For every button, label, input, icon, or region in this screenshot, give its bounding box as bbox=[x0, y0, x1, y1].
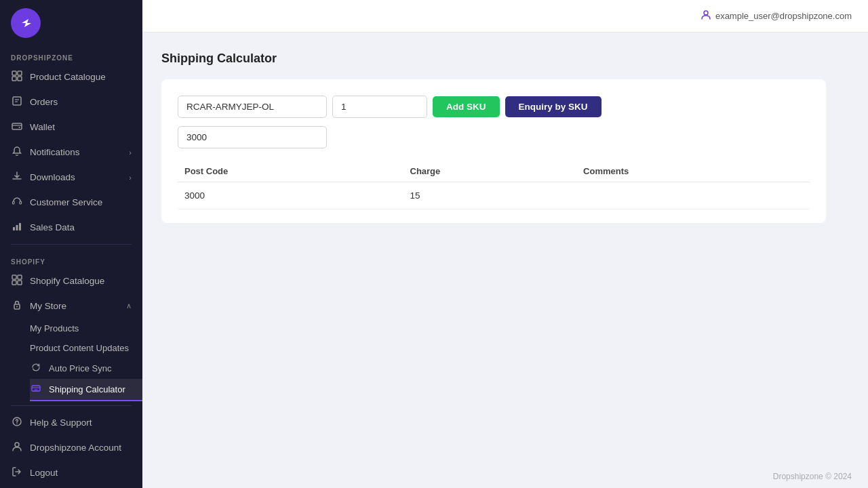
sidebar: DROPSHIPZONE Product Catalogue Orders Wa… bbox=[0, 0, 142, 488]
sidebar-item-notifications[interactable]: Notifications › bbox=[0, 140, 142, 165]
chevron-notifications: › bbox=[129, 148, 132, 157]
orders-icon bbox=[11, 96, 23, 108]
svg-rect-17 bbox=[12, 281, 16, 285]
sidebar-item-my-store[interactable]: My Store ∧ bbox=[0, 293, 142, 319]
sidebar-label-shopify-catalogue: Shopify Catalogue bbox=[30, 276, 104, 286]
calculator-card: Add SKU Enquiry by SKU Post Code Charge … bbox=[161, 79, 826, 223]
svg-rect-3 bbox=[12, 77, 16, 81]
footer: Dropshipzone © 2024 bbox=[142, 465, 868, 488]
calc-inputs-row-2 bbox=[178, 126, 810, 148]
results-table: Post Code Charge Comments 3000 15 bbox=[178, 161, 810, 209]
svg-rect-4 bbox=[18, 77, 22, 81]
cell-postcode: 3000 bbox=[178, 182, 403, 209]
svg-rect-11 bbox=[20, 201, 22, 204]
sidebar-label-my-products: My Products bbox=[30, 323, 79, 333]
footer-text: Dropshipzone © 2024 bbox=[773, 472, 852, 481]
brand-logo-icon bbox=[11, 8, 41, 38]
svg-rect-12 bbox=[13, 227, 15, 230]
sidebar-label-orders: Orders bbox=[30, 97, 58, 107]
svg-rect-21 bbox=[32, 386, 40, 391]
user-email: example_user@dropshipzone.com bbox=[715, 11, 852, 21]
sidebar-item-help-support[interactable]: Help & Support bbox=[0, 410, 142, 435]
sidebar-item-product-catalogue[interactable]: Product Catalogue bbox=[0, 64, 142, 89]
sidebar-item-dropshipzone-account[interactable]: Dropshipzone Account bbox=[0, 435, 142, 460]
sidebar-item-downloads[interactable]: Downloads › bbox=[0, 165, 142, 190]
my-store-icon bbox=[11, 300, 23, 312]
svg-point-24 bbox=[15, 443, 19, 447]
sidebar-label-auto-price-sync: Auto Price Sync bbox=[49, 363, 112, 373]
sidebar-item-orders[interactable]: Orders bbox=[0, 89, 142, 115]
sidebar-label-customer-service: Customer Service bbox=[30, 197, 102, 207]
sidebar-label-my-store: My Store bbox=[30, 301, 66, 311]
svg-rect-18 bbox=[18, 281, 22, 285]
page-title: Shipping Calculator bbox=[161, 52, 849, 66]
topbar: example_user@dropshipzone.com bbox=[142, 0, 868, 33]
sidebar-item-shopify-catalogue[interactable]: Shopify Catalogue bbox=[0, 268, 142, 293]
section-label-shopify: SHOPIFY bbox=[0, 249, 142, 268]
sidebar-label-product-content-updates: Product Content Updates bbox=[30, 343, 129, 353]
col-comments: Comments bbox=[576, 161, 810, 182]
shipping-calculator-icon bbox=[30, 384, 42, 395]
sales-data-icon bbox=[11, 221, 23, 234]
svg-point-23 bbox=[16, 424, 17, 424]
sidebar-item-wallet[interactable]: Wallet bbox=[0, 115, 142, 140]
sidebar-item-product-content-updates[interactable]: Product Content Updates bbox=[30, 338, 142, 358]
svg-rect-10 bbox=[13, 201, 15, 204]
svg-point-25 bbox=[704, 11, 708, 15]
sidebar-label-dropshipzone-account: Dropshipzone Account bbox=[30, 443, 121, 453]
chevron-my-store: ∧ bbox=[126, 302, 132, 310]
svg-point-20 bbox=[16, 306, 18, 308]
my-store-submenu: My Products Product Content Updates Auto… bbox=[0, 319, 142, 401]
sidebar-label-sales-data: Sales Data bbox=[30, 222, 75, 232]
notifications-icon bbox=[11, 146, 23, 159]
wallet-icon bbox=[11, 121, 23, 134]
sidebar-divider-1 bbox=[11, 244, 132, 245]
downloads-icon bbox=[11, 171, 23, 184]
col-charge: Charge bbox=[403, 161, 577, 182]
sidebar-logo bbox=[0, 0, 142, 45]
cell-charge: 15 bbox=[403, 182, 577, 209]
postcode-input[interactable] bbox=[178, 126, 327, 148]
sidebar-item-customer-service[interactable]: Customer Service bbox=[0, 190, 142, 215]
sidebar-label-product-catalogue: Product Catalogue bbox=[30, 72, 106, 82]
shopify-catalogue-icon bbox=[11, 274, 23, 287]
logout-icon bbox=[11, 466, 23, 479]
svg-rect-2 bbox=[18, 71, 22, 75]
sidebar-label-wallet: Wallet bbox=[30, 122, 55, 132]
table-header: Post Code Charge Comments bbox=[178, 161, 810, 182]
sidebar-label-logout: Logout bbox=[30, 468, 58, 478]
customer-service-icon bbox=[11, 196, 23, 209]
svg-rect-8 bbox=[12, 123, 22, 129]
section-label-dropshipzone: DROPSHIPZONE bbox=[0, 45, 142, 64]
help-support-icon bbox=[11, 416, 23, 429]
sidebar-item-auto-price-sync[interactable]: Auto Price Sync bbox=[30, 358, 142, 379]
add-sku-button[interactable]: Add SKU bbox=[433, 96, 500, 117]
sidebar-item-my-products[interactable]: My Products bbox=[30, 319, 142, 338]
sidebar-item-sales-data[interactable]: Sales Data bbox=[0, 215, 142, 240]
svg-rect-16 bbox=[18, 275, 22, 279]
svg-point-9 bbox=[19, 127, 20, 128]
content-area: Shipping Calculator Add SKU Enquiry by S… bbox=[142, 33, 868, 465]
sidebar-label-help-support: Help & Support bbox=[30, 418, 92, 428]
user-icon bbox=[701, 9, 711, 23]
enquiry-by-sku-button[interactable]: Enquiry by SKU bbox=[505, 96, 601, 117]
sku-input[interactable] bbox=[178, 96, 327, 118]
calc-inputs-row-1: Add SKU Enquiry by SKU bbox=[178, 96, 810, 118]
sidebar-item-shipping-calculator[interactable]: Shipping Calculator bbox=[30, 379, 142, 401]
product-catalogue-icon bbox=[11, 70, 23, 83]
col-postcode: Post Code bbox=[178, 161, 403, 182]
cell-comments bbox=[576, 182, 810, 209]
table-body: 3000 15 bbox=[178, 182, 810, 209]
sidebar-divider-2 bbox=[11, 405, 132, 406]
chevron-downloads: › bbox=[129, 174, 132, 182]
sidebar-label-notifications: Notifications bbox=[30, 147, 80, 157]
sidebar-label-shipping-calculator: Shipping Calculator bbox=[49, 384, 125, 394]
account-icon bbox=[11, 441, 23, 454]
auto-price-sync-icon bbox=[30, 363, 42, 374]
sidebar-item-logout[interactable]: Logout bbox=[0, 460, 142, 485]
svg-rect-13 bbox=[16, 225, 18, 230]
svg-rect-5 bbox=[13, 97, 21, 105]
main-content: example_user@dropshipzone.com Shipping C… bbox=[142, 0, 868, 488]
sidebar-label-downloads: Downloads bbox=[30, 172, 75, 182]
qty-input[interactable] bbox=[332, 96, 427, 118]
